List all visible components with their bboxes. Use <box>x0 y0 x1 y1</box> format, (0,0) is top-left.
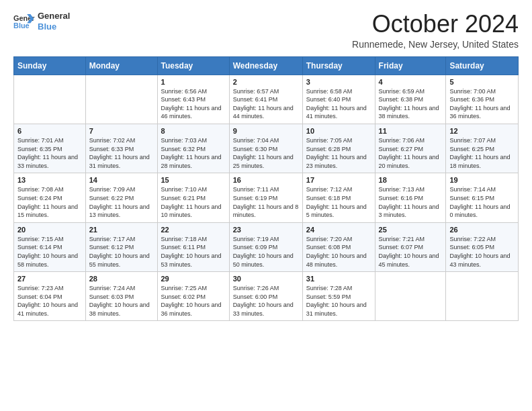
calendar-cell: 18Sunrise: 7:13 AM Sunset: 6:16 PM Dayli… <box>375 173 446 222</box>
col-header-saturday: Saturday <box>446 56 519 75</box>
day-number: 29 <box>161 275 226 283</box>
calendar-cell: 12Sunrise: 7:07 AM Sunset: 6:25 PM Dayli… <box>446 124 519 173</box>
day-number: 7 <box>89 127 154 135</box>
logo: General Blue General Blue <box>13 11 70 32</box>
day-number: 5 <box>449 78 515 86</box>
calendar-cell: 19Sunrise: 7:14 AM Sunset: 6:15 PM Dayli… <box>446 173 519 222</box>
calendar-cell: 22Sunrise: 7:18 AM Sunset: 6:11 PM Dayli… <box>157 222 229 271</box>
day-info: Sunrise: 7:18 AM Sunset: 6:11 PM Dayligh… <box>161 235 226 269</box>
calendar-cell: 4Sunrise: 6:59 AM Sunset: 6:38 PM Daylig… <box>375 75 446 124</box>
col-header-wednesday: Wednesday <box>229 56 302 75</box>
day-info: Sunrise: 7:09 AM Sunset: 6:22 PM Dayligh… <box>89 185 154 219</box>
logo-general: General <box>38 11 70 21</box>
week-row: 27Sunrise: 7:23 AM Sunset: 6:04 PM Dayli… <box>14 272 519 321</box>
day-info: Sunrise: 7:24 AM Sunset: 6:03 PM Dayligh… <box>89 284 154 318</box>
day-number: 18 <box>379 176 443 184</box>
calendar-cell: 7Sunrise: 7:02 AM Sunset: 6:33 PM Daylig… <box>85 124 157 173</box>
calendar-cell <box>14 75 86 124</box>
day-number: 9 <box>233 127 299 135</box>
calendar-cell: 10Sunrise: 7:05 AM Sunset: 6:28 PM Dayli… <box>302 124 375 173</box>
logo-icon: General Blue <box>13 12 35 31</box>
day-number: 10 <box>306 127 371 135</box>
title-block: October 2024 Runnemede, New Jersey, Unit… <box>352 11 519 50</box>
day-number: 19 <box>449 176 515 184</box>
day-number: 28 <box>89 275 154 283</box>
calendar-cell: 15Sunrise: 7:10 AM Sunset: 6:21 PM Dayli… <box>157 173 229 222</box>
calendar-cell: 11Sunrise: 7:06 AM Sunset: 6:27 PM Dayli… <box>375 124 446 173</box>
day-info: Sunrise: 7:02 AM Sunset: 6:33 PM Dayligh… <box>89 136 154 170</box>
day-number: 11 <box>379 127 443 135</box>
logo-blue: Blue <box>38 21 70 32</box>
day-info: Sunrise: 7:25 AM Sunset: 6:02 PM Dayligh… <box>161 284 226 318</box>
day-number: 13 <box>17 176 82 184</box>
calendar-cell: 31Sunrise: 7:28 AM Sunset: 5:59 PM Dayli… <box>302 272 375 321</box>
day-info: Sunrise: 7:28 AM Sunset: 5:59 PM Dayligh… <box>306 284 371 318</box>
day-number: 12 <box>449 127 515 135</box>
calendar-cell: 28Sunrise: 7:24 AM Sunset: 6:03 PM Dayli… <box>85 272 157 321</box>
day-info: Sunrise: 7:03 AM Sunset: 6:32 PM Dayligh… <box>161 136 226 170</box>
calendar-cell: 9Sunrise: 7:04 AM Sunset: 6:30 PM Daylig… <box>229 124 302 173</box>
calendar-cell: 27Sunrise: 7:23 AM Sunset: 6:04 PM Dayli… <box>14 272 86 321</box>
col-header-monday: Monday <box>85 56 157 75</box>
day-info: Sunrise: 6:57 AM Sunset: 6:41 PM Dayligh… <box>233 87 299 121</box>
day-number: 14 <box>89 176 154 184</box>
calendar: SundayMondayTuesdayWednesdayThursdayFrid… <box>13 56 519 322</box>
day-number: 2 <box>233 78 299 86</box>
calendar-cell: 6Sunrise: 7:01 AM Sunset: 6:35 PM Daylig… <box>14 124 86 173</box>
calendar-cell <box>446 272 519 321</box>
calendar-cell: 25Sunrise: 7:21 AM Sunset: 6:07 PM Dayli… <box>375 222 446 271</box>
calendar-cell: 20Sunrise: 7:15 AM Sunset: 6:14 PM Dayli… <box>14 222 86 271</box>
day-number: 8 <box>161 127 226 135</box>
day-info: Sunrise: 7:01 AM Sunset: 6:35 PM Dayligh… <box>17 136 82 170</box>
week-row: 20Sunrise: 7:15 AM Sunset: 6:14 PM Dayli… <box>14 222 519 271</box>
day-number: 27 <box>17 275 82 283</box>
day-info: Sunrise: 7:19 AM Sunset: 6:09 PM Dayligh… <box>233 235 299 269</box>
day-number: 30 <box>233 275 299 283</box>
day-info: Sunrise: 6:58 AM Sunset: 6:40 PM Dayligh… <box>306 87 371 121</box>
day-number: 21 <box>89 226 154 234</box>
day-number: 25 <box>379 226 443 234</box>
day-number: 16 <box>233 176 299 184</box>
day-info: Sunrise: 7:22 AM Sunset: 6:05 PM Dayligh… <box>449 235 515 269</box>
day-info: Sunrise: 7:10 AM Sunset: 6:21 PM Dayligh… <box>161 185 226 219</box>
day-info: Sunrise: 7:26 AM Sunset: 6:00 PM Dayligh… <box>233 284 299 318</box>
day-number: 26 <box>449 226 515 234</box>
col-header-sunday: Sunday <box>14 56 86 75</box>
day-info: Sunrise: 7:14 AM Sunset: 6:15 PM Dayligh… <box>449 185 515 219</box>
day-number: 22 <box>161 226 226 234</box>
col-header-tuesday: Tuesday <box>157 56 229 75</box>
calendar-cell: 16Sunrise: 7:11 AM Sunset: 6:19 PM Dayli… <box>229 173 302 222</box>
day-info: Sunrise: 7:05 AM Sunset: 6:28 PM Dayligh… <box>306 136 371 170</box>
calendar-cell: 23Sunrise: 7:19 AM Sunset: 6:09 PM Dayli… <box>229 222 302 271</box>
day-info: Sunrise: 7:06 AM Sunset: 6:27 PM Dayligh… <box>379 136 443 170</box>
calendar-cell: 17Sunrise: 7:12 AM Sunset: 6:18 PM Dayli… <box>302 173 375 222</box>
calendar-cell: 1Sunrise: 6:56 AM Sunset: 6:43 PM Daylig… <box>157 75 229 124</box>
calendar-cell: 8Sunrise: 7:03 AM Sunset: 6:32 PM Daylig… <box>157 124 229 173</box>
day-info: Sunrise: 7:11 AM Sunset: 6:19 PM Dayligh… <box>233 185 299 219</box>
calendar-cell: 21Sunrise: 7:17 AM Sunset: 6:12 PM Dayli… <box>85 222 157 271</box>
calendar-cell <box>375 272 446 321</box>
calendar-cell: 30Sunrise: 7:26 AM Sunset: 6:00 PM Dayli… <box>229 272 302 321</box>
day-info: Sunrise: 7:04 AM Sunset: 6:30 PM Dayligh… <box>233 136 299 170</box>
calendar-cell: 13Sunrise: 7:08 AM Sunset: 6:24 PM Dayli… <box>14 173 86 222</box>
day-number: 24 <box>306 226 371 234</box>
day-number: 3 <box>306 78 371 86</box>
day-number: 6 <box>17 127 82 135</box>
calendar-cell: 24Sunrise: 7:20 AM Sunset: 6:08 PM Dayli… <box>302 222 375 271</box>
day-number: 20 <box>17 226 82 234</box>
calendar-cell: 5Sunrise: 7:00 AM Sunset: 6:36 PM Daylig… <box>446 75 519 124</box>
day-number: 23 <box>233 226 299 234</box>
calendar-cell: 14Sunrise: 7:09 AM Sunset: 6:22 PM Dayli… <box>85 173 157 222</box>
calendar-cell <box>85 75 157 124</box>
day-number: 1 <box>161 78 226 86</box>
calendar-cell: 3Sunrise: 6:58 AM Sunset: 6:40 PM Daylig… <box>302 75 375 124</box>
day-number: 4 <box>379 78 443 86</box>
week-row: 13Sunrise: 7:08 AM Sunset: 6:24 PM Dayli… <box>14 173 519 222</box>
day-info: Sunrise: 7:07 AM Sunset: 6:25 PM Dayligh… <box>449 136 515 170</box>
page: General Blue General Blue October 2024 R… <box>0 0 532 332</box>
calendar-cell: 2Sunrise: 6:57 AM Sunset: 6:41 PM Daylig… <box>229 75 302 124</box>
header-row: SundayMondayTuesdayWednesdayThursdayFrid… <box>14 56 519 75</box>
month-title: October 2024 <box>352 11 519 38</box>
day-number: 17 <box>306 176 371 184</box>
day-number: 15 <box>161 176 226 184</box>
